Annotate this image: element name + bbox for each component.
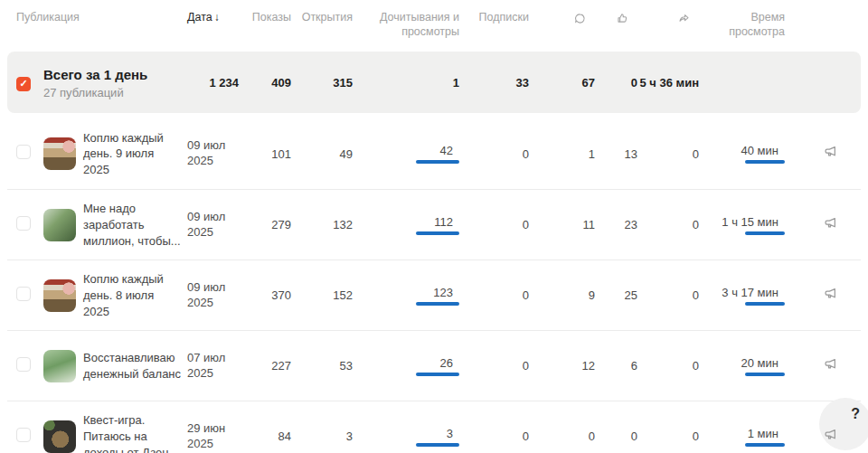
shares-value: 0 bbox=[637, 359, 699, 373]
view-time-value: 3 ч 17 мин bbox=[722, 286, 785, 306]
comments-value: 0 bbox=[529, 429, 595, 443]
shares-value: 0 bbox=[637, 288, 699, 302]
comments-value: 11 bbox=[529, 218, 595, 231]
subscriptions-value: 0 bbox=[459, 288, 529, 302]
subscriptions-value: 0 bbox=[459, 429, 529, 443]
publication-date: 07 июл 2025 bbox=[187, 351, 239, 382]
opens-value: 53 bbox=[291, 359, 353, 373]
publication-thumbnail[interactable] bbox=[43, 209, 76, 241]
table-row: Коплю каждый день. 8 июля 2025 09 июл 20… bbox=[7, 260, 861, 330]
select-all-checkbox[interactable]: ✓ bbox=[16, 77, 31, 91]
column-header-publication[interactable]: Публикация bbox=[16, 11, 187, 25]
column-header-date[interactable]: Дата↓ bbox=[187, 11, 239, 25]
summary-reads: 315 bbox=[291, 76, 353, 90]
comments-value: 9 bbox=[529, 288, 595, 302]
column-header-reads[interactable]: Дочитывания и просмотры bbox=[353, 11, 459, 39]
shows-value: 279 bbox=[239, 218, 291, 231]
publication-thumbnail[interactable] bbox=[43, 137, 76, 170]
publication-date: 09 июл 2025 bbox=[187, 210, 239, 241]
column-header-shares[interactable] bbox=[637, 11, 699, 31]
shares-value: 0 bbox=[637, 429, 699, 443]
summary-subscriptions: 1 bbox=[353, 76, 459, 90]
megaphone-icon bbox=[823, 355, 841, 373]
reads-value: 112 bbox=[416, 215, 459, 235]
comment-icon bbox=[572, 11, 588, 26]
opens-value: 152 bbox=[291, 288, 353, 302]
promote-button[interactable] bbox=[785, 143, 852, 165]
row-checkbox[interactable] bbox=[16, 287, 31, 301]
opens-value: 3 bbox=[291, 429, 353, 443]
publication-date: 09 июл 2025 bbox=[187, 280, 239, 311]
reads-value: 42 bbox=[416, 144, 459, 164]
summary-view-time: 5 ч 36 мин bbox=[637, 76, 699, 90]
shares-value: 0 bbox=[637, 218, 699, 231]
column-header-opens[interactable]: Открытия bbox=[291, 11, 353, 25]
publication-list: Коплю каждый день. 9 июля 2025 09 июл 20… bbox=[7, 118, 861, 453]
megaphone-icon bbox=[823, 214, 841, 232]
view-time-progress-bar bbox=[745, 231, 785, 235]
comments-value: 1 bbox=[529, 147, 595, 161]
comments-value: 12 bbox=[529, 359, 595, 373]
likes-value: 13 bbox=[595, 147, 637, 161]
row-checkbox[interactable] bbox=[16, 145, 31, 159]
reads-progress-bar bbox=[416, 443, 459, 447]
opens-value: 49 bbox=[291, 147, 353, 161]
summary-opens: 409 bbox=[239, 76, 291, 90]
shows-value: 101 bbox=[239, 147, 291, 161]
publication-title[interactable]: Восстанавливаю денежный баланс bbox=[83, 350, 187, 382]
row-checkbox[interactable] bbox=[16, 216, 31, 231]
publications-stats-table: Публикация Дата↓ Показы Открытия Дочитыв… bbox=[7, 0, 861, 453]
publication-date: 09 июл 2025 bbox=[187, 138, 239, 169]
column-header-likes[interactable] bbox=[595, 11, 637, 31]
view-time-value: 1 мин bbox=[745, 427, 785, 447]
shows-value: 84 bbox=[239, 429, 291, 443]
subscriptions-value: 0 bbox=[459, 218, 529, 231]
column-header-shows[interactable]: Показы bbox=[239, 11, 291, 25]
megaphone-icon bbox=[823, 143, 841, 161]
subscriptions-value: 0 bbox=[459, 359, 529, 373]
reads-value: 123 bbox=[416, 286, 459, 306]
row-checkbox[interactable] bbox=[16, 428, 31, 442]
publication-thumbnail[interactable] bbox=[43, 420, 76, 453]
promote-button[interactable] bbox=[785, 426, 852, 448]
promote-button[interactable] bbox=[785, 355, 852, 377]
subscriptions-value: 0 bbox=[459, 147, 529, 161]
table-row: Квест-игра. Питаюсь на доходы от Дзен ..… bbox=[7, 401, 861, 453]
reads-progress-bar bbox=[416, 302, 459, 306]
promote-button[interactable] bbox=[785, 214, 852, 236]
likes-value: 25 bbox=[595, 288, 637, 302]
reads-value: 3 bbox=[416, 427, 459, 447]
share-icon bbox=[676, 11, 692, 26]
shows-value: 227 bbox=[239, 359, 291, 373]
megaphone-icon bbox=[823, 426, 841, 444]
view-time-progress-bar bbox=[745, 373, 785, 376]
shares-value: 0 bbox=[637, 147, 699, 161]
column-header-comments[interactable] bbox=[529, 11, 595, 31]
publication-thumbnail[interactable] bbox=[43, 350, 76, 382]
sort-desc-icon: ↓ bbox=[214, 11, 220, 24]
publication-title[interactable]: Коплю каждый день. 8 июля 2025 bbox=[83, 271, 187, 319]
reads-value: 26 bbox=[416, 356, 459, 376]
column-header-view-time[interactable]: Время просмотра bbox=[699, 11, 785, 39]
view-time-value: 20 мин bbox=[741, 356, 785, 376]
reads-progress-bar bbox=[416, 373, 459, 376]
reads-progress-bar bbox=[416, 231, 459, 235]
question-icon: ? bbox=[851, 406, 860, 422]
publication-title[interactable]: Коплю каждый день. 9 июля 2025 bbox=[83, 130, 187, 178]
summary-likes: 67 bbox=[529, 76, 595, 90]
view-time-progress-bar bbox=[745, 302, 785, 306]
publication-thumbnail[interactable] bbox=[43, 279, 76, 312]
summary-title: Всего за 1 день bbox=[43, 66, 187, 84]
publication-title[interactable]: Мне надо заработать миллион, чтобы... bbox=[83, 201, 187, 249]
like-icon bbox=[615, 11, 630, 26]
promote-button[interactable] bbox=[785, 285, 852, 307]
summary-subtitle: 27 публикаций bbox=[43, 86, 187, 99]
likes-value: 23 bbox=[595, 218, 637, 231]
view-time-progress-bar bbox=[745, 443, 785, 447]
opens-value: 132 bbox=[291, 218, 353, 231]
megaphone-icon bbox=[823, 285, 841, 303]
row-checkbox[interactable] bbox=[16, 357, 31, 372]
publication-title[interactable]: Квест-игра. Питаюсь на доходы от Дзен ..… bbox=[83, 412, 187, 453]
column-header-subscriptions[interactable]: Подписки bbox=[459, 11, 529, 25]
view-time-progress-bar bbox=[745, 160, 785, 164]
